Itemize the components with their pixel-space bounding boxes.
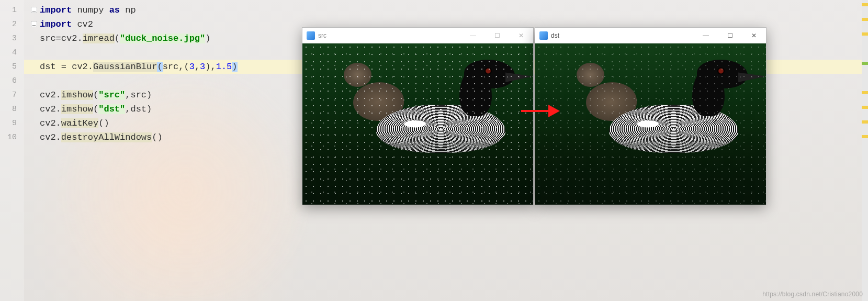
window-titlebar[interactable]: dst — ☐ ✕: [535, 28, 766, 43]
line-number: 2: [0, 17, 24, 31]
line-number: 3: [0, 31, 24, 46]
identifier: numpy: [77, 5, 104, 15]
keyword: as: [109, 5, 120, 15]
identifier: src: [130, 90, 146, 100]
function: imread: [83, 34, 115, 43]
string: "src": [98, 90, 125, 100]
window-titlebar[interactable]: src — ☐ ✕: [302, 28, 533, 43]
arrow-icon: [521, 105, 561, 117]
line-number: 1: [0, 3, 24, 17]
noise-overlay-heavy: [302, 43, 533, 205]
window-icon: [539, 31, 548, 40]
line-number: 8: [0, 102, 24, 116]
identifier: np: [125, 5, 136, 15]
window-title: dst: [551, 32, 559, 39]
function: imshow: [61, 104, 93, 114]
fold-icon[interactable]: [31, 7, 37, 13]
minimize-button[interactable]: —: [694, 28, 718, 43]
marker-warning[interactable]: [862, 3, 868, 6]
close-button[interactable]: ✕: [742, 28, 766, 43]
line-number: 4: [0, 46, 24, 60]
window-icon: [307, 31, 315, 40]
line-number: 9: [0, 116, 24, 130]
watermark-text: https://blog.csdn.net/Cristiano2000: [762, 291, 863, 298]
identifier: dst: [130, 104, 146, 114]
window-title: src: [318, 32, 326, 39]
number: 3: [200, 62, 205, 72]
marker-warning[interactable]: [862, 91, 868, 94]
function: GaussianBlur: [93, 62, 157, 72]
marker-warning[interactable]: [862, 135, 868, 138]
minimize-button[interactable]: —: [461, 28, 485, 43]
identifier: cv2: [77, 19, 93, 29]
identifier: cv2: [61, 34, 77, 43]
identifier: cv2: [72, 62, 88, 72]
function: imshow: [61, 90, 93, 100]
paren-highlight: ): [232, 62, 237, 72]
marker-warning[interactable]: [862, 120, 868, 124]
window-content-dst: [535, 43, 766, 205]
identifier: cv2: [40, 90, 56, 100]
number: 3: [189, 62, 195, 72]
line-number: 5: [0, 60, 24, 74]
paren-highlight: (: [157, 62, 162, 72]
code-line[interactable]: import numpy as np: [24, 3, 868, 17]
close-button[interactable]: ✕: [509, 28, 533, 43]
noise-overlay-light: [535, 43, 766, 205]
string: "dst": [98, 104, 125, 114]
keyword: import: [40, 19, 72, 29]
marker-ok[interactable]: [862, 62, 868, 65]
marker-warning[interactable]: [862, 18, 868, 21]
keyword: import: [40, 5, 72, 15]
marker-warning[interactable]: [862, 106, 868, 109]
maximize-button[interactable]: ☐: [485, 28, 509, 43]
line-number-gutter: 1 2 3 4 5 6 7 8 9 10: [0, 0, 24, 301]
function: waitKey: [61, 118, 98, 128]
line-number: 6: [0, 74, 24, 88]
identifier: src: [163, 62, 179, 72]
maximize-button[interactable]: ☐: [718, 28, 742, 43]
window-content-src: [302, 43, 533, 205]
window-dst[interactable]: dst — ☐ ✕: [535, 27, 766, 205]
identifier: cv2: [40, 104, 56, 114]
identifier: dst: [40, 62, 56, 72]
marker-warning[interactable]: [862, 32, 868, 36]
identifier: src: [40, 34, 56, 43]
function: destroyAllWindows: [61, 132, 152, 142]
identifier: cv2: [40, 132, 56, 142]
window-src[interactable]: src — ☐ ✕: [302, 27, 534, 205]
line-number: 10: [0, 130, 24, 144]
fold-icon[interactable]: [31, 21, 37, 27]
number: 1.5: [216, 62, 232, 72]
string: "duck_noise.jpg": [120, 34, 205, 43]
line-number: 7: [0, 88, 24, 102]
marker-strip[interactable]: [862, 0, 868, 301]
identifier: cv2: [40, 118, 56, 128]
